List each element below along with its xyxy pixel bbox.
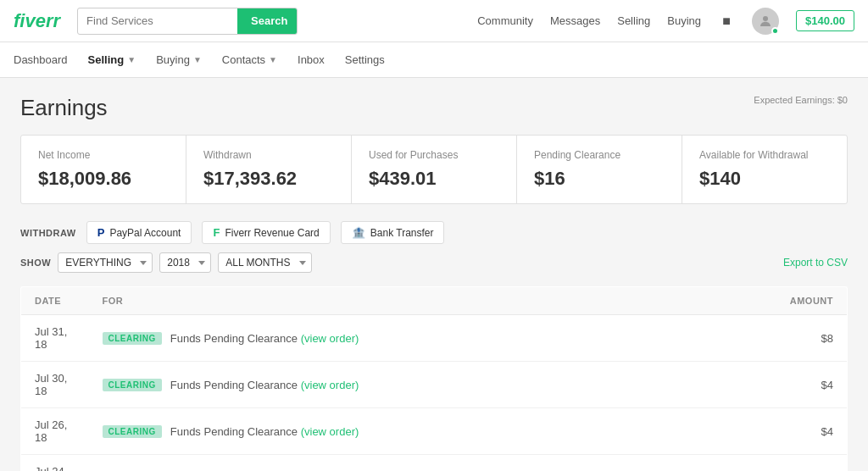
clearing-badge: CLEARING (103, 425, 162, 438)
nav-messages[interactable]: Messages (550, 14, 600, 27)
stat-used-purchases: Used for Purchases $439.01 (352, 136, 517, 203)
expected-earnings: Expected Earnings: $0 (754, 95, 848, 105)
subnav-contacts[interactable]: Contacts ▼ (222, 42, 277, 78)
for-text: Funds Pending Clearance (view order) (170, 332, 359, 345)
for-cell: Funds Cleared (view order) (89, 455, 696, 472)
for-text: Funds Pending Clearance (view order) (170, 425, 359, 438)
date-cell: Jul 26, 18 (21, 408, 89, 455)
fiverr-logo[interactable]: fiverr (14, 10, 60, 32)
subnav-dashboard[interactable]: Dashboard (14, 42, 68, 78)
chevron-down-icon: ▼ (127, 55, 136, 64)
online-indicator (771, 27, 779, 35)
stat-withdrawn: Withdrawn $17,393.62 (186, 136, 352, 203)
fiverr-revenue-label: Fiverr Revenue Card (225, 227, 319, 239)
amount-cell: $4 (695, 408, 847, 455)
amount-cell: $4 (695, 362, 847, 408)
chevron-down-icon: ▼ (193, 55, 202, 64)
bank-transfer-label: Bank Transfer (370, 227, 434, 239)
filter-month-select[interactable]: ALL MONTHS January February March April … (218, 252, 312, 273)
subnav: Dashboard Selling ▼ Buying ▼ Contacts ▼ … (0, 42, 868, 78)
nav-community[interactable]: Community (477, 14, 533, 27)
analytics-icon[interactable]: ■ (718, 13, 735, 30)
withdraw-section: WITHDRAW P PayPal Account F Fiverr Reven… (20, 221, 848, 244)
for-header: FOR (89, 287, 696, 315)
for-cell: CLEARING Funds Pending Clearance (view o… (89, 362, 696, 408)
nav-selling[interactable]: Selling (617, 14, 650, 27)
amount-cell: $8 (695, 315, 847, 362)
withdraw-label: WITHDRAW (20, 228, 76, 238)
page-title: Earnings (20, 95, 108, 121)
header-right: Community Messages Selling Buying ■ $140… (477, 8, 854, 35)
clearing-badge: CLEARING (103, 332, 162, 345)
table-header: DATE FOR AMOUNT (21, 287, 848, 315)
paypal-withdraw-button[interactable]: P PayPal Account (86, 221, 192, 244)
search-input[interactable] (78, 14, 237, 27)
filter-everything-select[interactable]: EVERYTHING (58, 252, 153, 273)
nav-buying[interactable]: Buying (667, 14, 701, 27)
search-button[interactable]: Search (237, 8, 298, 35)
table-row: Jul 31, 18 CLEARING Funds Pending Cleara… (21, 315, 848, 362)
date-cell: Jul 30, 18 (21, 362, 89, 408)
table-row: Jul 24, 18 Funds Cleared (view order) $8 (21, 455, 848, 472)
stat-pending: Pending Clearance $16 (517, 136, 682, 203)
amount-cell: $8 (695, 455, 847, 472)
table-row: Jul 30, 18 CLEARING Funds Pending Cleara… (21, 362, 848, 408)
table-row: Jul 26, 18 CLEARING Funds Pending Cleara… (21, 408, 848, 455)
for-cell: CLEARING Funds Pending Clearance (view o… (89, 315, 696, 362)
for-cell: CLEARING Funds Pending Clearance (view o… (89, 408, 696, 455)
subnav-inbox[interactable]: Inbox (298, 42, 325, 78)
amount-header: AMOUNT (695, 287, 847, 315)
export-csv-button[interactable]: Export to CSV (783, 257, 848, 269)
filter-year-select[interactable]: 2018 2017 2016 (159, 252, 211, 273)
transactions-table: DATE FOR AMOUNT Jul 31, 18 CLEARING Fund… (20, 286, 848, 471)
show-section: SHOW EVERYTHING 2018 2017 2016 ALL MONTH… (20, 252, 848, 273)
page-content: Earnings Expected Earnings: $0 Net Incom… (0, 78, 868, 471)
subnav-settings[interactable]: Settings (345, 42, 385, 78)
view-order-link[interactable]: (view order) (301, 332, 359, 345)
svg-point-0 (763, 16, 768, 21)
subnav-buying[interactable]: Buying ▼ (156, 42, 202, 78)
search-bar: Search (77, 8, 298, 35)
show-label: SHOW (20, 258, 51, 268)
chevron-down-icon: ▼ (269, 55, 277, 64)
fiverr-revenue-icon: F (213, 226, 220, 239)
fiverr-revenue-button[interactable]: F Fiverr Revenue Card (202, 221, 330, 244)
bank-transfer-button[interactable]: 🏦 Bank Transfer (341, 221, 445, 244)
date-cell: Jul 31, 18 (21, 315, 89, 362)
subnav-selling[interactable]: Selling ▼ (88, 42, 136, 78)
clearing-badge: CLEARING (103, 379, 162, 391)
paypal-label: PayPal Account (109, 227, 181, 239)
bank-icon: 🏦 (352, 226, 365, 239)
earnings-header: Earnings Expected Earnings: $0 (20, 95, 848, 121)
view-order-link[interactable]: (view order) (301, 425, 359, 438)
paypal-icon: P (97, 226, 105, 239)
stat-available: Available for Withdrawal $140 (682, 136, 847, 203)
stat-net-income: Net Income $18,009.86 (21, 136, 186, 203)
date-cell: Jul 24, 18 (21, 455, 89, 472)
avatar-wrap[interactable] (752, 8, 779, 35)
date-header: DATE (21, 287, 89, 315)
header: fiverr Search Community Messages Selling… (0, 0, 868, 42)
stats-card: Net Income $18,009.86 Withdrawn $17,393.… (20, 135, 848, 204)
table-body: Jul 31, 18 CLEARING Funds Pending Cleara… (21, 315, 848, 472)
balance-badge[interactable]: $140.00 (796, 10, 854, 31)
for-text: Funds Pending Clearance (view order) (170, 379, 359, 391)
view-order-link[interactable]: (view order) (301, 379, 359, 391)
